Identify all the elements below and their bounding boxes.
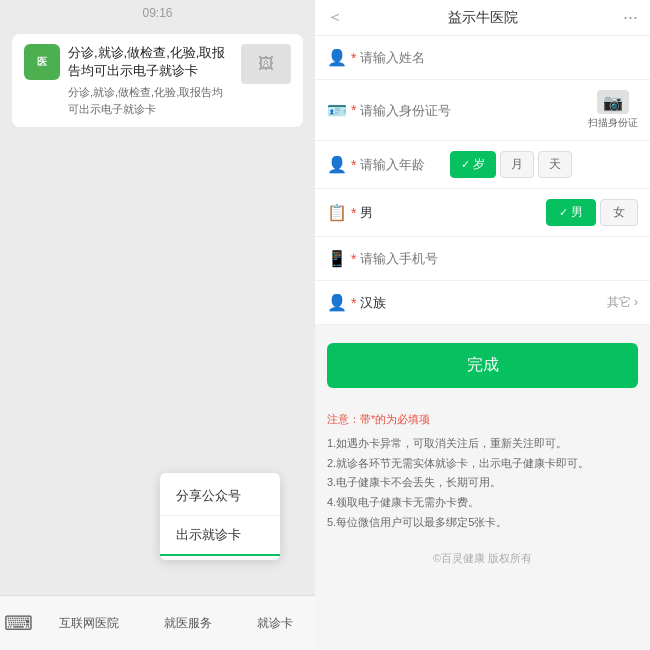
- page-title: 益示牛医院: [343, 9, 623, 27]
- phone-icon: 📱: [327, 249, 347, 269]
- footer-text: ©百灵健康 版权所有: [315, 543, 650, 578]
- chat-avatar: 医: [24, 44, 60, 80]
- keyboard-icon[interactable]: ⌨: [0, 596, 36, 651]
- phone-row: 📱 *: [315, 237, 650, 281]
- chat-image: 🖼: [241, 44, 291, 84]
- id-card-row: 🪪 * 📷 扫描身份证: [315, 80, 650, 141]
- gender-male-button[interactable]: ✓男: [546, 199, 596, 226]
- gender-value: 男: [360, 204, 373, 222]
- note-1: 1.如遇办卡异常，可取消关注后，重新关注即可。: [327, 434, 638, 454]
- phone-input[interactable]: [360, 251, 638, 266]
- page-header: ＜ 益示牛医院 ···: [315, 0, 650, 36]
- more-button[interactable]: ···: [623, 7, 638, 28]
- submit-button[interactable]: 完成: [327, 343, 638, 388]
- note-3: 3.电子健康卡不会丢失，长期可用。: [327, 473, 638, 493]
- gender-female-button[interactable]: 女: [600, 199, 638, 226]
- left-panel: 09:16 医 分诊,就诊,做检查,化验,取报告均可出示电子就诊卡 分诊,就诊,…: [0, 0, 315, 650]
- notes-section: 注意：带*的为必填项 1.如遇办卡异常，可取消关注后，重新关注即可。 2.就诊各…: [315, 400, 650, 543]
- submit-section: 完成: [315, 331, 650, 400]
- age-row: 👤 * ✓岁 月 天: [315, 141, 650, 189]
- id-input[interactable]: [360, 103, 588, 118]
- notes-title: 注意：带*的为必填项: [327, 410, 638, 430]
- nav-item-internet-hospital[interactable]: 互联网医院: [51, 611, 127, 636]
- chat-title: 分诊,就诊,做检查,化验,取报告均可出示电子就诊卡: [68, 44, 233, 80]
- menu-item-show-card[interactable]: 出示就诊卡: [160, 516, 280, 556]
- ethnicity-value: 汉族: [360, 294, 386, 312]
- context-menu: 分享公众号 出示就诊卡: [160, 473, 280, 560]
- registration-form: 👤 * 🪪 * 📷 扫描身份证 👤 * ✓岁 月 天: [315, 36, 650, 325]
- scan-icon: 📷: [597, 90, 629, 114]
- id-icon: 🪪: [327, 100, 347, 120]
- age-unit-day[interactable]: 天: [538, 151, 572, 178]
- ethnicity-row: 👤 * 汉族 其它 ›: [315, 281, 650, 325]
- back-button[interactable]: ＜: [327, 7, 343, 28]
- time-display: 09:16: [0, 0, 315, 26]
- note-2: 2.就诊各环节无需实体就诊卡，出示电子健康卡即可。: [327, 454, 638, 474]
- right-panel: ＜ 益示牛医院 ··· 👤 * 🪪 * 📷 扫描身份证 👤 *: [315, 0, 650, 650]
- age-unit-year[interactable]: ✓岁: [450, 151, 496, 178]
- gender-icon: 📋: [327, 203, 347, 223]
- name-input[interactable]: [360, 50, 638, 65]
- age-input[interactable]: [360, 157, 450, 172]
- menu-item-share[interactable]: 分享公众号: [160, 477, 280, 516]
- chat-message: 医 分诊,就诊,做检查,化验,取报告均可出示电子就诊卡 分诊,就诊,做检查,化验…: [12, 34, 303, 127]
- scan-id-button[interactable]: 📷 扫描身份证: [588, 90, 638, 130]
- age-icon: 👤: [327, 155, 347, 175]
- gender-row: 📋 * 男 ✓男 女: [315, 189, 650, 237]
- nav-items: 互联网医院 就医服务 就诊卡: [36, 611, 315, 636]
- nav-item-medical-service[interactable]: 就医服务: [156, 611, 220, 636]
- nav-item-medical-card[interactable]: 就诊卡: [249, 611, 301, 636]
- age-unit-month[interactable]: 月: [500, 151, 534, 178]
- ethnicity-icon: 👤: [327, 293, 347, 313]
- bottom-nav: ⌨ 互联网医院 就医服务 就诊卡: [0, 595, 315, 650]
- chat-subtitle: 分诊,就诊,做检查,化验,取报告均可出示电子就诊卡: [68, 84, 233, 117]
- ethnicity-more-button[interactable]: 其它 ›: [607, 294, 638, 311]
- name-icon: 👤: [327, 48, 347, 68]
- name-row: 👤 *: [315, 36, 650, 80]
- note-5: 5.每位微信用户可以最多绑定5张卡。: [327, 513, 638, 533]
- note-4: 4.领取电子健康卡无需办卡费。: [327, 493, 638, 513]
